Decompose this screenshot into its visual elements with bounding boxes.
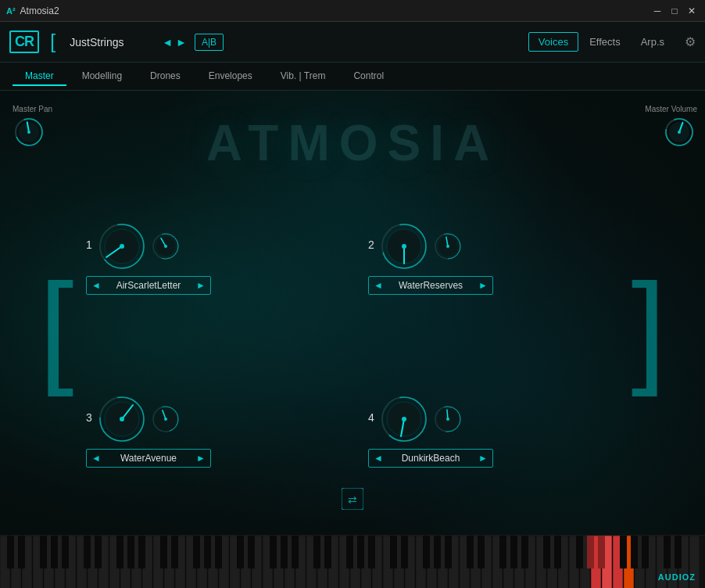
voice-slot-2: 2 — [352, 173, 635, 346]
voice-1-small-knob[interactable] — [152, 232, 180, 260]
voice-2-preset-name: WaterReserves — [388, 280, 474, 291]
subtab-master[interactable]: Master — [13, 67, 66, 86]
main-content: ATMOSIA Master Pan Master Volume — [0, 91, 705, 588]
audioz-label: AUDIOZ — [658, 572, 696, 582]
ab-button[interactable]: A|B — [195, 34, 224, 51]
title-bar: A² Atmosia2 ─ □ ✕ — [0, 0, 705, 22]
bracket-left: [ — [50, 30, 55, 54]
master-pan-knob[interactable] — [14, 117, 44, 150]
transfer-button[interactable]: ⇄ — [342, 488, 363, 513]
voice-2-small-knob[interactable] — [434, 232, 462, 260]
svg-rect-149 — [434, 536, 441, 568]
svg-point-20 — [164, 245, 167, 248]
svg-rect-142 — [324, 536, 331, 568]
voice-3-preset-name: WaterAvenue — [106, 453, 191, 464]
svg-rect-146 — [390, 536, 397, 568]
voice-1-number: 1 — [86, 238, 92, 251]
subtab-envelopes[interactable]: Envelopes — [196, 67, 265, 86]
svg-rect-143 — [346, 536, 353, 568]
tab-effects[interactable]: Effects — [580, 33, 630, 51]
svg-point-31 — [446, 245, 449, 248]
voice-4-next-button[interactable]: ► — [474, 450, 492, 467]
svg-rect-140 — [292, 536, 299, 568]
svg-rect-134 — [204, 536, 211, 568]
svg-point-9 — [678, 131, 681, 134]
svg-point-4 — [27, 131, 30, 134]
prev-preset-button[interactable]: ◄ — [162, 36, 173, 48]
voice-4-prev-button[interactable]: ◄ — [369, 450, 388, 467]
tab-arps[interactable]: Arp.s — [632, 33, 674, 51]
svg-rect-156 — [543, 536, 550, 568]
svg-text:⇄: ⇄ — [348, 493, 357, 506]
svg-rect-165 — [675, 536, 682, 568]
voice-1-preset-bar: ◄ AirScarletLetter ► — [86, 276, 211, 295]
voice-1-preset-name: AirScarletLetter — [106, 280, 191, 291]
svg-rect-161 — [620, 536, 627, 568]
subtab-drones[interactable]: Drones — [138, 67, 193, 86]
title-bar-icon: A² — [6, 6, 16, 16]
voice-4-preset-name: DunkirkBeach — [388, 453, 474, 464]
voice-3-number: 3 — [86, 411, 92, 424]
svg-rect-159 — [587, 536, 594, 568]
svg-rect-139 — [281, 536, 288, 568]
voice-3-main-knob[interactable] — [98, 396, 145, 443]
voice-4-main-knob[interactable] — [381, 396, 428, 443]
svg-rect-153 — [499, 536, 506, 568]
svg-rect-132 — [171, 536, 178, 568]
svg-rect-141 — [313, 536, 320, 568]
close-button[interactable]: ✕ — [685, 4, 699, 18]
minimize-button[interactable]: ─ — [650, 4, 664, 18]
master-volume-knob[interactable] — [664, 117, 694, 150]
app-container: CR [ JustStrings ◄ ► A|B Voices Effects … — [0, 22, 705, 588]
voice-4-small-knob[interactable] — [434, 405, 462, 433]
svg-rect-157 — [554, 536, 561, 568]
voice-2-prev-button[interactable]: ◄ — [369, 277, 388, 294]
gear-icon[interactable]: ⚙ — [685, 34, 696, 49]
voice-1-prev-button[interactable]: ◄ — [87, 277, 106, 294]
svg-rect-154 — [510, 536, 517, 568]
master-volume-label: Master Volume — [645, 105, 697, 113]
svg-rect-148 — [423, 536, 430, 568]
voice-slot-3: 3 — [70, 346, 352, 518]
svg-rect-138 — [270, 536, 277, 568]
voice-slot-1: 1 — [70, 173, 352, 346]
next-preset-button[interactable]: ► — [176, 36, 187, 48]
voice-2-preset-bar: ◄ WaterReserves ► — [368, 276, 493, 295]
logo-cr: CR — [9, 30, 39, 53]
voice-3-small-knob[interactable] — [152, 405, 180, 433]
title-bar-title: Atmosia2 — [20, 5, 59, 16]
svg-rect-164 — [664, 536, 671, 568]
svg-rect-150 — [445, 536, 452, 568]
svg-rect-147 — [401, 536, 408, 568]
voice-4-preset-bar: ◄ DunkirkBeach ► — [368, 449, 493, 468]
svg-rect-127 — [95, 536, 102, 568]
svg-rect-160 — [598, 536, 605, 568]
svg-point-53 — [446, 418, 449, 421]
voice-2-next-button[interactable]: ► — [474, 277, 492, 294]
svg-rect-144 — [357, 536, 364, 568]
voice-3-preset-bar: ◄ WaterAvenue ► — [86, 449, 211, 468]
svg-rect-130 — [138, 536, 145, 568]
voice-3-prev-button[interactable]: ◄ — [87, 450, 106, 467]
svg-point-15 — [120, 244, 124, 249]
svg-rect-163 — [642, 536, 649, 568]
svg-rect-122 — [18, 536, 25, 568]
master-pan-label: Master Pan — [13, 105, 52, 113]
svg-rect-145 — [368, 536, 375, 568]
tab-voices[interactable]: Voices — [528, 32, 578, 52]
preset-name: JustStrings — [70, 36, 148, 48]
voice-2-main-knob[interactable] — [381, 223, 428, 270]
svg-rect-125 — [62, 536, 69, 568]
svg-rect-152 — [478, 536, 485, 568]
subtab-vib-trem[interactable]: Vib. | Trem — [268, 67, 338, 86]
voice-3-next-button[interactable]: ► — [191, 450, 210, 467]
voice-1-main-knob[interactable] — [98, 223, 145, 270]
nav-tabs: Voices Effects Arp.s — [528, 32, 674, 52]
svg-rect-135 — [215, 536, 222, 568]
voice-1-next-button[interactable]: ► — [191, 277, 210, 294]
voice-2-number: 2 — [368, 238, 374, 251]
subtab-modelling[interactable]: Modelling — [70, 67, 134, 86]
subtab-control[interactable]: Control — [341, 67, 396, 86]
maximize-button[interactable]: □ — [667, 4, 682, 18]
svg-point-26 — [402, 244, 406, 249]
